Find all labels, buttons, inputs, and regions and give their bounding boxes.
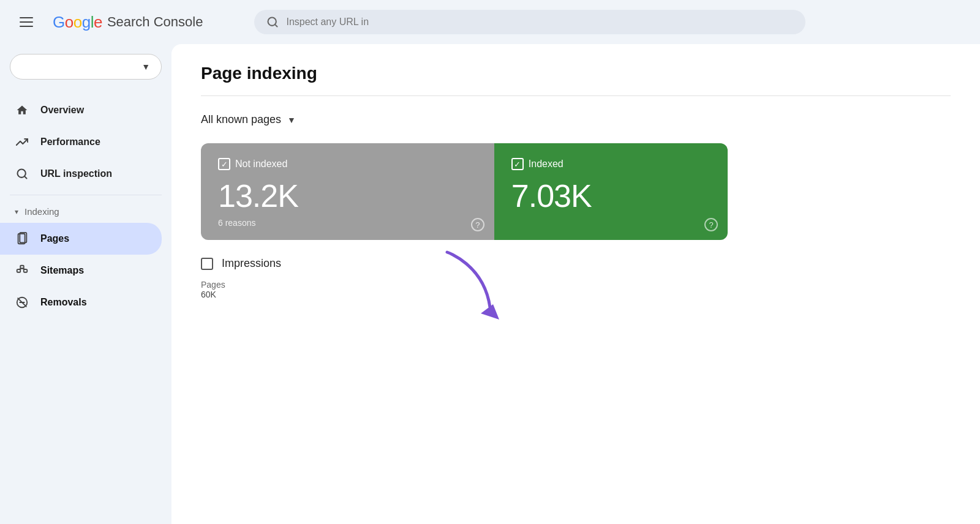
not-indexed-value: 13.2K xyxy=(218,178,477,214)
svg-line-1 xyxy=(275,24,277,27)
sidebar: ▼ Overview Performance xyxy=(0,44,172,524)
indexed-card: ✓ Indexed 7.03K ? xyxy=(494,143,728,240)
property-selector[interactable]: ▼ xyxy=(10,54,162,80)
sidebar-section-indexing[interactable]: ▾ Indexing xyxy=(0,200,172,223)
filter-selected-label: All known pages xyxy=(201,113,281,126)
not-indexed-card: ✓ Not indexed 13.2K 6 reasons ? xyxy=(201,143,494,240)
pages-label: Pages xyxy=(201,280,951,290)
sidebar-divider xyxy=(10,195,162,195)
search-bar[interactable] xyxy=(254,10,805,34)
not-indexed-label: Not indexed xyxy=(235,159,287,170)
svg-line-3 xyxy=(24,176,27,179)
sidebar-item-label-performance: Performance xyxy=(40,137,100,148)
pages-count: 60K xyxy=(201,290,951,299)
home-icon xyxy=(15,103,29,118)
svg-line-10 xyxy=(22,268,26,269)
impressions-row: Impressions xyxy=(201,257,951,270)
sidebar-item-url-inspection[interactable]: URL inspection xyxy=(0,158,162,190)
sitemaps-icon xyxy=(15,263,29,278)
chevron-down-icon: ▼ xyxy=(141,62,150,72)
trending-up-icon xyxy=(15,135,29,149)
sidebar-item-label-sitemaps: Sitemaps xyxy=(40,265,84,276)
pages-info: Pages 60K xyxy=(201,280,951,299)
sidebar-item-label-url-inspection: URL inspection xyxy=(40,168,112,179)
main-layout: ▼ Overview Performance xyxy=(0,44,980,524)
not-indexed-checkbox-icon: ✓ xyxy=(218,158,230,170)
sidebar-item-performance[interactable]: Performance xyxy=(0,126,162,158)
sidebar-item-overview[interactable]: Overview xyxy=(0,94,162,126)
page-title: Page indexing xyxy=(201,64,951,83)
indexed-header: ✓ Indexed xyxy=(511,158,710,170)
stats-row: ✓ Not indexed 13.2K 6 reasons ? ✓ Indexe… xyxy=(201,143,728,240)
content-area: Page indexing All known pages ▼ ✓ Not in… xyxy=(172,44,980,524)
filter-arrow-icon: ▼ xyxy=(287,115,296,125)
search-icon xyxy=(266,16,279,28)
removals-icon xyxy=(15,295,29,310)
indexing-section-label: Indexing xyxy=(24,206,59,217)
not-indexed-header: ✓ Not indexed xyxy=(218,158,477,170)
not-indexed-subtitle: 6 reasons xyxy=(218,218,477,228)
sidebar-item-pages[interactable]: Pages xyxy=(0,223,162,255)
indexed-value: 7.03K xyxy=(511,178,710,214)
app-name: Search Console xyxy=(107,14,203,30)
not-indexed-help-button[interactable]: ? xyxy=(471,218,484,231)
sidebar-item-label-pages: Pages xyxy=(40,233,69,244)
impressions-label: Impressions xyxy=(222,257,281,270)
logo-area: Google Search Console xyxy=(53,13,203,32)
header: Google Search Console xyxy=(0,0,980,44)
sidebar-item-label-removals: Removals xyxy=(40,297,87,308)
filter-row: All known pages ▼ xyxy=(201,113,951,126)
indexed-help-button[interactable]: ? xyxy=(704,218,718,231)
svg-marker-13 xyxy=(481,304,499,320)
pages-icon xyxy=(15,231,29,246)
google-logo: Google xyxy=(53,13,102,32)
content-divider xyxy=(201,95,951,96)
chevron-icon: ▾ xyxy=(15,208,18,216)
impressions-checkbox[interactable] xyxy=(201,258,213,270)
indexed-checkbox-icon: ✓ xyxy=(511,158,524,170)
url-inspect-icon xyxy=(15,167,29,181)
indexed-label: Indexed xyxy=(529,159,564,170)
sidebar-item-removals[interactable]: Removals xyxy=(0,286,162,318)
pages-filter-dropdown[interactable]: All known pages ▼ xyxy=(201,113,296,126)
sidebar-item-sitemaps[interactable]: Sitemaps xyxy=(0,255,162,286)
sidebar-item-label-overview: Overview xyxy=(40,105,84,116)
menu-button[interactable] xyxy=(15,12,38,32)
url-inspect-input[interactable] xyxy=(286,17,793,28)
